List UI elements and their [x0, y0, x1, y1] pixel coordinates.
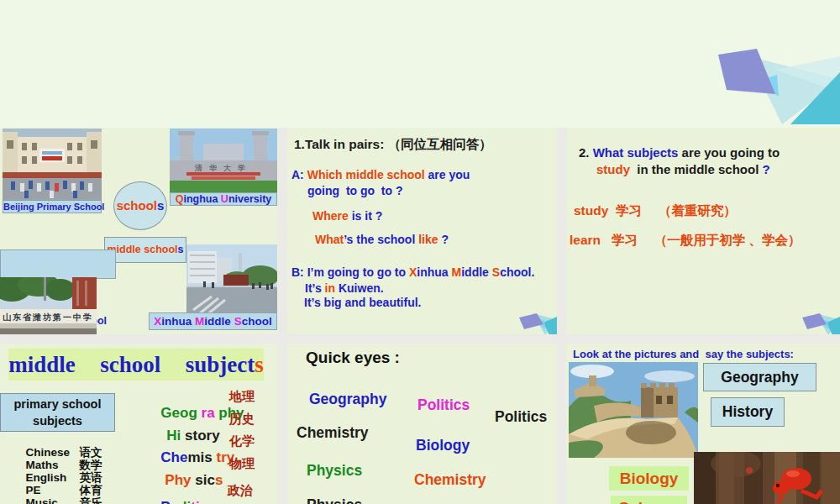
corner-triangles-decoration [802, 312, 840, 334]
talk-in-pairs-title: 1.Talk in pairs: （同位互相问答） [294, 136, 492, 154]
schools-panel: Beijing Primary School 清华大学 Qinghua Univ… [0, 128, 278, 334]
quick-eyes-word: Politics [495, 408, 547, 426]
dialog-line-where: Where is it ? [312, 209, 382, 223]
look-at-pictures-heading: Look at the pictures and say the subject… [573, 348, 794, 360]
middle-schools-tag: middle schools [104, 237, 186, 263]
quick-eyes-word: Chemistry [297, 424, 369, 442]
dialog-line-b1: B: I’m going to go to Xinhua Middle Scho… [291, 265, 534, 279]
corner-triangles-decoration [717, 46, 840, 124]
subjects-question-panel: 2. What subjects are you going to study … [566, 128, 840, 334]
corner-triangles-decoration [519, 312, 557, 334]
quick-eyes-word: Physics [307, 496, 362, 504]
study-note: study 学习 （着重研究） [574, 202, 737, 220]
dialog-line-b3: It’s big and beautiful. [304, 296, 421, 309]
quick-eyes-word: Physics [307, 462, 362, 480]
svg-text:清华大学: 清华大学 [194, 164, 252, 172]
learn-note: learn 学习 （一般用于初学 、学会） [570, 232, 801, 249]
beijing-primary-school-photo [3, 129, 102, 201]
primary-box-line2: subjects [1, 412, 114, 429]
science-answer-label: Science [611, 496, 687, 504]
dialog-line-a1: A: Which middle school are you [291, 168, 470, 181]
red-frog-photo [694, 452, 840, 504]
svg-text:山东省潍坊第一中学: 山东省潍坊第一中学 [3, 312, 93, 322]
dialog-line-b2: It’s in Kuiwen. [305, 281, 384, 295]
beijing-primary-school-label: Beijing Primary School [3, 200, 102, 213]
great-wall-photo [569, 362, 698, 458]
primary-box-line1: primary school [1, 396, 114, 412]
look-at-pictures-panel: Look at the pictures and say the subject… [566, 344, 840, 504]
quick-eyes-panel: Quick eyes : Geography Politics Politics… [287, 344, 557, 504]
biology-answer-label: Biology [609, 466, 689, 491]
quick-eyes-word: Geography [309, 391, 386, 408]
dialog-line-a2: going to go to ? [307, 184, 403, 197]
primary-school-subjects-box: primary school subjects [0, 393, 115, 432]
question-line2: study in the middle school ? [596, 162, 770, 176]
schools-bubble: schools [113, 181, 167, 230]
quick-eyes-title: Quick eyes : [306, 349, 400, 367]
talk-in-pairs-panel: 1.Talk in pairs: （同位互相问答） A: Which middl… [287, 128, 557, 334]
quick-eyes-word: Chemistry [414, 471, 486, 489]
history-button[interactable]: History [711, 397, 785, 427]
geography-button[interactable]: Geography [703, 363, 816, 391]
weifang-school-gate-photo: 山东省潍坊第一中学 [0, 277, 97, 334]
subject-row-politics: Po litics 政治 [137, 482, 216, 504]
quick-eyes-word: Politics [417, 396, 470, 414]
quick-eyes-word: Biology [416, 437, 470, 454]
slide-top-band [0, 0, 840, 128]
weifang-school-label: Weifang No.1 High Middle School [0, 249, 116, 279]
qinghua-university-label: Qinghua University [170, 192, 277, 206]
middle-school-subjects-banner: middle school subjects [8, 349, 264, 381]
primary-subject-row: Music音乐 [7, 483, 102, 504]
xinhua-middle-school-label: Xinhua Middle School [149, 312, 277, 330]
dialog-line-what: What’s the school like ? [315, 233, 449, 246]
qinghua-university-photo: 清华大学 [170, 129, 277, 193]
xinhua-middle-school-photo [186, 244, 277, 315]
slide: Beijing Primary School 清华大学 Qinghua Univ… [0, 0, 840, 504]
middle-school-subjects-panel: middle school subjects primary school su… [0, 344, 278, 504]
question-line1: 2. What subjects are you going to [579, 145, 780, 160]
